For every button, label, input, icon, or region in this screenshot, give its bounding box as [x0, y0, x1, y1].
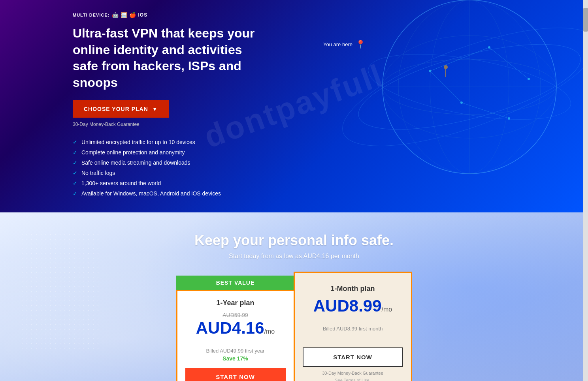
multi-device-label: MULTI DEVICE: [73, 13, 109, 17]
feature-item-1: ✓ Unlimited encrypted traffic for up to … [73, 139, 341, 145]
scrollbar[interactable] [583, 0, 588, 381]
choose-plan-label: CHOOSE YOUR PLAN [84, 106, 148, 112]
hero-content: MULTI DEVICE: 🤖 🪟 🍎 iOS Ultra-fast VPN t… [57, 8, 531, 197]
hero-left-panel: MULTI DEVICE: 🤖 🪟 🍎 iOS Ultra-fast VPN t… [73, 8, 341, 197]
feature-text-1: Unlimited encrypted traffic for up to 10… [81, 139, 195, 145]
plan-1year-name: 1-Year plan [185, 299, 286, 307]
check-icon-4: ✓ [73, 170, 77, 176]
start-now-label-1year: START NOW [216, 373, 255, 380]
plan-1month-guarantee: 30-Day Money-Back Guarantee [303, 371, 403, 375]
best-value-badge: BEST VALUE [176, 276, 295, 290]
plan-1year-price-suffix: /mo [264, 328, 275, 335]
device-icons: 🤖 🪟 🍎 iOS [112, 12, 147, 18]
check-icon-2: ✓ [73, 149, 77, 156]
feature-text-4: No traffic logs [81, 170, 115, 176]
pricing-title: Keep your personal info safe. [116, 232, 472, 249]
start-now-button-1year[interactable]: START NOW [185, 368, 286, 381]
ios-label: iOS [138, 12, 147, 18]
plan-1month-wrapper: 1-Month plan AUD8.99/mo Billed AUD8.99 f… [294, 272, 412, 381]
hero-title: Ultra-fast VPN that keeps your online id… [73, 25, 270, 91]
pricing-section: dontpayfull Keep your personal info safe… [0, 212, 588, 381]
plan-card-1month: 1-Month plan AUD8.99/mo Billed AUD8.99 f… [294, 272, 412, 381]
feature-text-6: Available for Windows, macOS, Android an… [81, 190, 221, 197]
android-icon: 🤖 [112, 12, 119, 18]
divider-1month [303, 320, 403, 320]
divider-1year [185, 342, 286, 342]
plan-1month-name: 1-Month plan [303, 285, 403, 293]
feature-text-2: Complete online protection and anonymity [81, 149, 185, 156]
pricing-subtitle: Start today from as low as AUD4.16 per m… [116, 253, 472, 260]
plan-1month-terms[interactable]: See Terms of Use. [303, 378, 403, 381]
start-now-button-1month[interactable]: START NOW [303, 347, 403, 367]
feature-item-2: ✓ Complete online protection and anonymi… [73, 149, 341, 156]
plan-1year-original-price: AUD59.99 [185, 312, 286, 318]
pricing-inner: Keep your personal info safe. Start toda… [116, 232, 472, 381]
money-back-guarantee: 30-Day Money-Back Guarantee [73, 122, 341, 127]
check-icon-3: ✓ [73, 160, 77, 166]
scrollbar-thumb[interactable] [583, 8, 588, 32]
feature-item-3: ✓ Safe online media streaming and downlo… [73, 160, 341, 166]
start-now-label-1month: START NOW [333, 354, 372, 360]
mac-icon: 🍎 [129, 12, 136, 18]
check-icon-6: ✓ [73, 190, 77, 197]
features-list: ✓ Unlimited encrypted traffic for up to … [73, 139, 341, 197]
plan-1month-price-value: AUD8.99 [313, 297, 382, 315]
plan-1year-billing: Billed AUD49.99 first year [185, 348, 286, 354]
plan-1year-main-price: AUD4.16/mo [185, 320, 286, 336]
windows-icon: 🪟 [121, 12, 128, 18]
plan-1year-wrapper: BEST VALUE 1-Year plan AUD59.99 AUD4.16/… [176, 276, 295, 381]
check-icon-1: ✓ [73, 139, 77, 145]
choose-plan-button[interactable]: CHOOSE YOUR PLAN ▼ [73, 100, 169, 118]
feature-item-5: ✓ 1,300+ servers around the world [73, 180, 341, 186]
check-icon-5: ✓ [73, 180, 77, 186]
plan-1month-billing: Billed AUD8.99 first month [303, 326, 403, 332]
plan-1month-spacer [303, 333, 403, 341]
arrow-down-icon: ▼ [152, 106, 158, 112]
feature-item-4: ✓ No traffic logs [73, 170, 341, 176]
feature-item-6: ✓ Available for Windows, macOS, Android … [73, 190, 341, 197]
plan-1month-main-price: AUD8.99/mo [303, 298, 403, 314]
feature-text-3: Safe online media streaming and download… [81, 160, 190, 166]
dots-decoration [20, 232, 99, 351]
plans-container: BEST VALUE 1-Year plan AUD59.99 AUD4.16/… [116, 276, 472, 381]
plan-1year-price-value: AUD4.16 [196, 319, 264, 337]
multi-device-row: MULTI DEVICE: 🤖 🪟 🍎 iOS [73, 12, 341, 18]
plan-card-1year: 1-Year plan AUD59.99 AUD4.16/mo Billed A… [176, 290, 295, 381]
hero-section: dontpayfull [0, 0, 588, 212]
plan-1month-price-suffix: /mo [382, 306, 392, 313]
plan-1year-save: Save 17% [185, 355, 286, 362]
feature-text-5: 1,300+ servers around the world [81, 180, 161, 186]
